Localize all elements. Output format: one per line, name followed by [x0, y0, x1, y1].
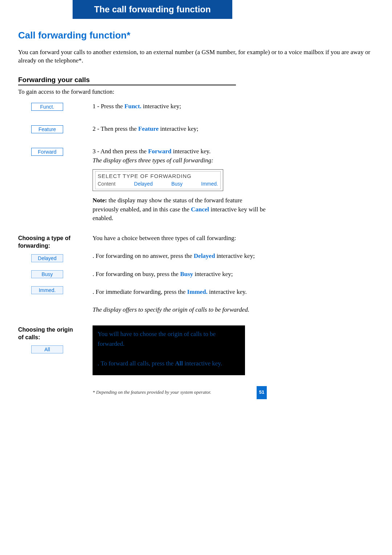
step1-post: interactive key;: [142, 103, 181, 110]
page: The call forwarding function Call forwar…: [0, 0, 392, 421]
lcd-display: SELECT TYPE OF FORWARDING Content Delaye…: [93, 169, 223, 191]
step-row-3: Forward 3 - And then press the Forward i…: [18, 147, 374, 223]
funct-key[interactable]: Funct.: [31, 103, 63, 111]
type-block: Choosing a type of forwarding: Delayed B…: [18, 234, 374, 315]
forwarding-heading: Forwarding your calls: [18, 76, 236, 85]
step1-term: Funct.: [124, 103, 142, 110]
origin-highlight: You will have to choose the origin of ca…: [93, 325, 245, 375]
footer-row: * Depending on the features provided by …: [93, 386, 267, 399]
lcd-title: SELECT TYPE OF FORWARDING: [98, 172, 218, 180]
busy-key[interactable]: Busy: [31, 270, 63, 278]
type2-term: Busy: [180, 271, 193, 278]
origin-line1: You will have to choose the origin of ca…: [98, 329, 240, 349]
lcd-opt-busy: Busy: [171, 180, 183, 187]
delayed-key[interactable]: Delayed: [31, 254, 63, 262]
origin-line2-pre: . To forward all calls, press the: [98, 360, 175, 367]
step2-pre: 2 - Then press the: [93, 125, 138, 132]
lcd-opt-immed: Immed.: [201, 180, 218, 187]
type3-pre: . For immediate forwarding, press the: [93, 288, 187, 295]
three-types-line: The display offers three types of call f…: [93, 156, 267, 165]
intro-paragraph: You can forward your calls to another ex…: [18, 48, 374, 65]
step2-post: interactive key;: [159, 125, 199, 132]
feature-key[interactable]: Feature: [31, 125, 63, 133]
page-number: 51: [257, 386, 267, 399]
page-content: Call forwarding function* You can forwar…: [0, 30, 392, 399]
step3-pre: 3 - And then press the: [93, 148, 148, 155]
step-row-2: Feature 2 - Then press the Feature inter…: [18, 125, 374, 140]
step3-post: interactive key.: [171, 148, 211, 155]
type3-term: Immed.: [187, 288, 208, 295]
origin-line2-term: All: [175, 360, 183, 367]
type1-term: Delayed: [194, 252, 215, 259]
step3-term: Forward: [148, 148, 171, 155]
type1-post: interactive key;: [215, 252, 255, 259]
note-label: Note:: [93, 197, 107, 204]
step-row-1: Funct. 1 - Press the Funct. interactive …: [18, 102, 374, 117]
type1-pre: . For forwarding on no answer, press the: [93, 252, 194, 259]
step2-term: Feature: [138, 125, 159, 132]
type-after: The display offers to specify the origin…: [93, 305, 267, 315]
page-header-bar: The call forwarding function: [73, 0, 232, 19]
footnote: * Depending on the features provided by …: [93, 389, 252, 396]
step1-pre: 1 - Press the: [93, 103, 124, 110]
origin-heading: Choosing the origin of calls:: [18, 326, 76, 341]
cancel-term: Cancel: [191, 206, 209, 213]
main-title: Call forwarding function*: [18, 30, 374, 41]
forward-key[interactable]: Forward: [31, 148, 63, 156]
origin-block: Choosing the origin of calls: All You wi…: [18, 325, 374, 399]
type3-post: interactive key.: [208, 288, 247, 295]
type-intro: You have a choice between three types of…: [93, 234, 267, 243]
type-heading: Choosing a type of forwarding:: [18, 235, 76, 250]
origin-line2-post: interactive key.: [183, 360, 222, 367]
lcd-opt-delayed: Delayed: [134, 180, 152, 187]
access-line: To gain access to the forward function:: [18, 88, 374, 96]
lcd-content-label: Content: [98, 180, 115, 187]
all-key[interactable]: All: [31, 345, 63, 353]
immed-key[interactable]: Immed.: [31, 286, 63, 294]
note-block: Note: the display may show the status of…: [93, 196, 267, 223]
type2-pre: . For forwarding on busy, press the: [93, 271, 180, 278]
type2-post: interactive key;: [193, 271, 233, 278]
